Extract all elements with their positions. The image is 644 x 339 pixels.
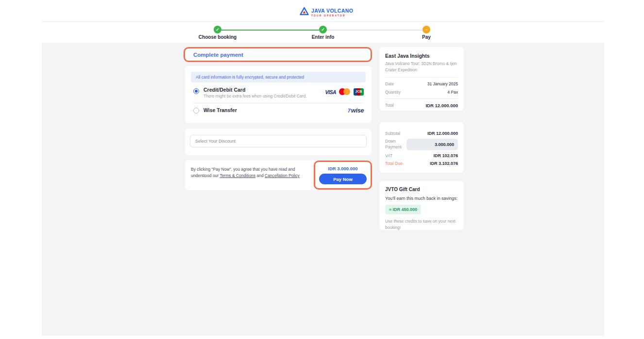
card-brand-icons: VISA JCB <box>325 88 364 96</box>
wise-transfer-label[interactable]: Wise Transfer <box>203 107 237 113</box>
terms-conditions-link[interactable]: Terms & Conditions <box>220 173 255 178</box>
booking-row-date: Date 31 January 2025 <box>385 81 458 86</box>
mastercard-icon <box>339 88 351 96</box>
payment-methods-card: All card information is fully encrypted,… <box>185 66 372 123</box>
gift-card-title: JVTO Gift Card <box>385 187 458 192</box>
brand-logo: JAVA VOLCANO TOUR OPERATOR <box>300 7 353 17</box>
visa-icon: VISA <box>325 89 336 95</box>
gift-card-badge: ≈ IDR 450.000 <box>385 205 421 214</box>
step-choose-booking-circle: ✓ <box>214 26 221 33</box>
gift-card-panel: JVTO Gift Card You'll earn this much bac… <box>379 181 464 230</box>
dash-icon: – <box>425 27 427 32</box>
wise-icon: 7wise <box>348 107 364 114</box>
booking-title: East Java Insights <box>385 53 458 59</box>
subtotal-row: Subtotal IDR 12.000.000 <box>385 131 458 136</box>
terms-text: By clicking "Pay Now", you agree that yo… <box>191 166 316 179</box>
header-divider <box>42 21 604 22</box>
page-title: Complete payment <box>193 52 243 58</box>
stepper-line-done <box>221 30 319 31</box>
highlight-annotation-title: Complete payment <box>184 47 372 62</box>
amount-due: IDR 3.000.000 <box>328 166 357 171</box>
down-payment-row: Down Payment 3.000.000 <box>385 139 458 150</box>
check-icon: ✓ <box>216 27 220 32</box>
divider <box>385 77 458 78</box>
cost-summary-card: Subtotal IDR 12.000.000 Down Payment 3.0… <box>379 122 464 173</box>
credit-card-label[interactable]: Credit/Debit Card <box>203 87 245 93</box>
brand-name: JAVA VOLCANO <box>311 8 353 14</box>
step-label-choose-booking: Choose booking <box>188 34 247 40</box>
down-payment-input[interactable]: 3.000.000 <box>407 139 458 150</box>
wise-transfer-radio[interactable] <box>193 108 199 113</box>
stepper-line-todo <box>327 30 423 31</box>
booking-subtitle: Java Volcano Tour: 3D2N Bromo & Ijen Cra… <box>385 61 458 73</box>
total-due-row: Total Due IDR 3.102.076 <box>385 161 458 166</box>
volcano-triangle-icon <box>300 7 309 17</box>
step-label-pay: Pay <box>397 34 456 40</box>
step-pay-circle: – <box>423 26 430 33</box>
step-label-enter-info: Enter info <box>294 34 352 40</box>
step-enter-info-circle: ✓ <box>319 26 327 33</box>
pay-now-button[interactable]: Pay Now <box>319 174 367 184</box>
highlight-annotation-pay: IDR 3.000.000 Pay Now <box>314 161 372 190</box>
booking-summary-card: East Java Insights Java Volcano Tour: 3D… <box>379 47 464 111</box>
security-notice: All card information is fully encrypted,… <box>191 72 366 82</box>
gift-card-line2: Use these credits to save on your next b… <box>385 218 458 231</box>
page: JAVA VOLCANO TOUR OPERATOR ✓ ✓ – Choose … <box>0 0 644 339</box>
booking-row-total: Total IDR 12.000.000 <box>385 103 458 108</box>
divider <box>385 98 458 99</box>
discount-select-input[interactable] <box>190 135 367 147</box>
discount-card <box>185 129 372 155</box>
vat-row: VAT IDR 102.076 <box>385 153 458 158</box>
jcb-icon: JCB <box>354 88 364 96</box>
brand-tagline: TOUR OPERATOR <box>311 14 353 17</box>
cancellation-policy-link[interactable]: Cancellation Policy <box>265 173 300 178</box>
credit-card-radio[interactable] <box>193 88 199 94</box>
gift-card-line1: You'll earn this much back in savings: <box>385 196 458 201</box>
credit-card-note: There might be extra fees when using Cre… <box>203 94 307 98</box>
methods-divider <box>193 103 364 103</box>
booking-row-quantity: Quantity 4 Pax <box>385 90 458 95</box>
check-icon: ✓ <box>321 27 325 32</box>
